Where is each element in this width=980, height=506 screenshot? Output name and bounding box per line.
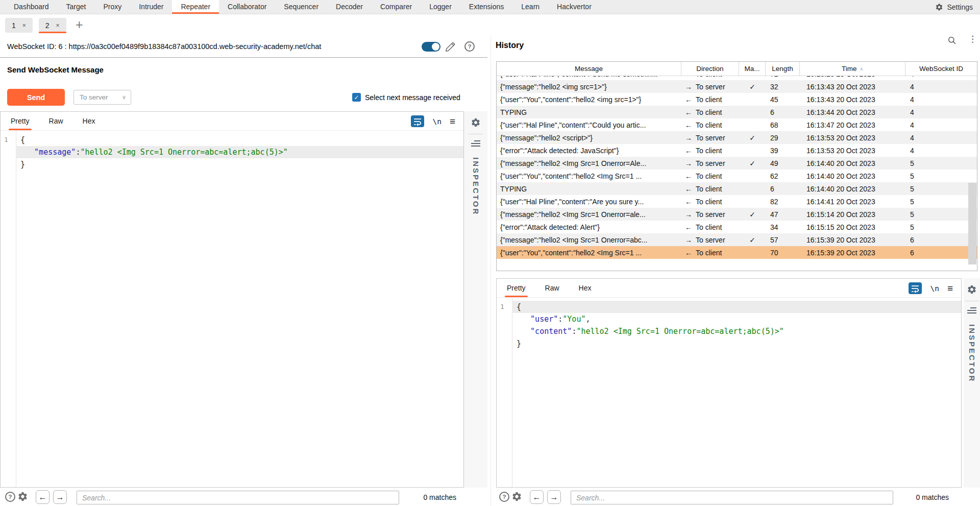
table-scrollbar-thumb[interactable] [968, 183, 976, 264]
tab-hex[interactable]: Hex [83, 112, 95, 130]
gear-icon[interactable] [17, 491, 28, 502]
send-button[interactable]: Send [7, 89, 65, 106]
inspector-label[interactable]: INSPECTOR [968, 324, 976, 382]
menu-item-collaborator[interactable]: Collaborator [219, 0, 275, 14]
length-cell: 29 [766, 134, 800, 142]
direction-arrow-icon: ← [685, 108, 692, 116]
websocket-id-cell: 4 [905, 108, 977, 116]
history-row[interactable]: {"message":"hello2 <script>"}→To server✓… [497, 131, 977, 144]
editor-menu-icon[interactable]: ≡ [947, 283, 953, 293]
direction-arrow-icon: → [685, 134, 692, 142]
direction-label: To server [696, 210, 725, 219]
length-cell: 57 [766, 236, 800, 244]
column-header-websocket-id[interactable]: WebSocket ID [905, 62, 977, 76]
tab-raw[interactable]: Raw [49, 112, 63, 130]
length-cell: 32 [766, 83, 800, 91]
editor-menu-icon[interactable]: ≡ [450, 116, 455, 126]
show-newlines-icon[interactable]: \n [432, 117, 441, 126]
menu-item-repeater[interactable]: Repeater [172, 0, 219, 14]
close-icon[interactable]: × [56, 22, 60, 29]
repeater-tab-1[interactable]: 1× [5, 18, 33, 33]
menu-item-learn[interactable]: Learn [512, 0, 548, 14]
menu-item-dashboard[interactable]: Dashboard [5, 0, 58, 14]
show-newlines-icon[interactable]: \n [930, 284, 939, 293]
next-match-button[interactable]: → [547, 490, 561, 504]
editor-content[interactable]: 1{ "message":"hello2 <Img Src=1 Onerror=… [1, 131, 463, 487]
tab-hex[interactable]: Hex [579, 279, 592, 297]
history-row[interactable]: {"user":"You","content":"hello2 <Img Src… [497, 170, 977, 182]
tab-pretty[interactable]: Pretty [11, 112, 30, 130]
menu-item-logger[interactable]: Logger [421, 0, 460, 14]
history-row[interactable]: {"message":"hello2 <Img Src=1 Onerror=ab… [497, 233, 977, 246]
length-cell: 39 [766, 147, 800, 155]
previous-match-button[interactable]: ← [36, 490, 50, 504]
websocket-id-cell: 5 [905, 185, 977, 193]
column-header-length[interactable]: Length [766, 62, 800, 76]
history-row[interactable]: TYPING←To client616:14:40 20 Oct 20235 [497, 182, 977, 195]
repeater-tab-2[interactable]: 2× [39, 18, 66, 33]
add-tab-button[interactable]: + [76, 17, 83, 32]
word-wrap-button[interactable] [411, 115, 424, 127]
direction-label: To client [696, 198, 722, 206]
menu-item-hackvertor[interactable]: Hackvertor [548, 0, 600, 14]
history-row[interactable]: {"message":"hello2 <Img Src=1 Onerror=al… [497, 208, 977, 221]
tab-pretty[interactable]: Pretty [507, 279, 526, 297]
menu-item-target[interactable]: Target [58, 0, 95, 14]
help-icon[interactable]: ? [499, 492, 509, 502]
settings-button[interactable]: Settings [928, 0, 980, 14]
inspector-label[interactable]: INSPECTOR [472, 157, 480, 215]
close-icon[interactable]: × [22, 22, 26, 29]
help-icon[interactable]: ? [5, 492, 15, 502]
direction-cell: ←To client [681, 95, 739, 104]
gear-icon[interactable] [511, 491, 522, 502]
direction-cell: ←To client [681, 223, 739, 231]
direction-label: To client [696, 95, 722, 104]
history-row[interactable]: {"message":"hello2 <Img Src=1 Onerror=Al… [497, 157, 977, 170]
viewer-search-bar: ? ← → 0 matches [494, 488, 980, 506]
menu-item-decoder[interactable]: Decoder [327, 0, 372, 14]
next-match-button[interactable]: → [53, 490, 67, 504]
menu-item-intruder[interactable]: Intruder [130, 0, 172, 14]
column-header-direction[interactable]: Direction [681, 62, 739, 76]
connection-toggle[interactable] [422, 42, 440, 52]
message-cell: {"error":"Attack detected: Alert"} [497, 223, 681, 231]
history-row[interactable]: {"user":"You","content":"hello2 <img src… [497, 93, 977, 106]
history-row[interactable]: {"user":"You","content":"hello2 <Img Src… [497, 246, 977, 259]
direction-dropdown[interactable]: To server ∨ [74, 90, 131, 105]
gear-icon[interactable] [967, 284, 977, 295]
search-input[interactable] [77, 491, 399, 504]
history-row[interactable]: {"user":"Hal Pline","content":"Could you… [497, 118, 977, 131]
menu-item-sequencer[interactable]: Sequencer [275, 0, 327, 14]
inspector-lines-icon[interactable] [967, 307, 976, 315]
history-row[interactable]: TYPING←To client616:13:44 20 Oct 20234 [497, 106, 977, 118]
code-lines: 1{ "message":"hello2 <Img Src=1 Onerror=… [1, 131, 463, 171]
gear-icon[interactable] [471, 117, 481, 128]
previous-match-button[interactable]: ← [530, 490, 544, 504]
history-row[interactable]: {"user":"Hal Pline","content":"Send me s… [497, 76, 977, 80]
column-header-ma[interactable]: Ma... [739, 62, 766, 76]
menu-item-proxy[interactable]: Proxy [94, 0, 130, 14]
direction-label: To client [696, 223, 722, 231]
column-header-time[interactable]: Time∧ [800, 62, 905, 76]
word-wrap-button[interactable] [909, 282, 922, 294]
history-row[interactable]: {"message":"hello2 <img src=1>"}→To serv… [497, 80, 977, 93]
panel-splitter[interactable] [491, 36, 491, 506]
inspector-lines-icon[interactable] [471, 140, 480, 148]
direction-cell: →To server [681, 159, 739, 167]
pencil-icon[interactable] [445, 41, 456, 52]
viewer-content[interactable]: 1{ "user":"You", "content":"hello2 <Img … [497, 298, 961, 487]
websocket-id-cell: 5 [905, 210, 977, 219]
column-header-message[interactable]: Message [497, 62, 681, 76]
direction-cell: →To server [681, 134, 739, 142]
next-message-checkbox[interactable]: ✓ [352, 93, 361, 102]
search-input[interactable] [571, 491, 893, 504]
history-row[interactable]: {"user":"Hal Pline","content":"Are you s… [497, 195, 977, 208]
tab-raw[interactable]: Raw [545, 279, 559, 297]
dropdown-value: To server [80, 93, 108, 101]
match-count: 0 matches [423, 493, 456, 501]
menu-item-comparer[interactable]: Comparer [372, 0, 421, 14]
history-row[interactable]: {"error":"Attack detected: JavaScript"}←… [497, 144, 977, 157]
history-row[interactable]: {"error":"Attack detected: Alert"}←To cl… [497, 221, 977, 233]
help-icon[interactable]: ? [464, 41, 475, 52]
menu-item-extensions[interactable]: Extensions [460, 0, 512, 14]
